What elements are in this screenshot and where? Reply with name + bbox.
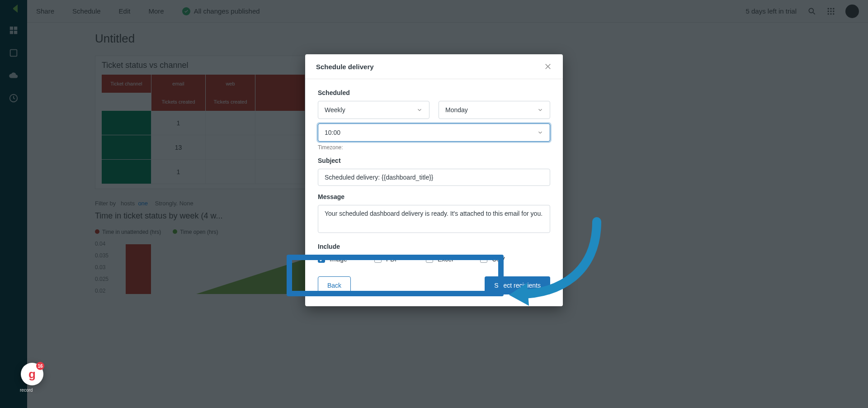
record-caption: record [20,388,33,393]
checkbox-icon [374,256,382,263]
checkbox-icon [480,256,487,263]
back-button[interactable]: Back [318,276,351,294]
record-bubble[interactable]: g 16 [21,363,43,385]
record-badge: 16 [36,362,44,370]
close-icon[interactable] [544,62,552,71]
time-select[interactable]: 10:00 [318,123,550,142]
include-excel-checkbox[interactable]: Excel [426,256,453,263]
include-image-checkbox[interactable]: Image [318,256,347,263]
schedule-delivery-modal: Schedule delivery Scheduled Weekly Monda… [305,54,563,306]
select-recipients-button[interactable]: Select recipients [485,276,550,294]
subject-label: Subject [318,157,550,164]
include-label: Include [318,243,550,250]
modal-title: Schedule delivery [316,63,374,71]
message-label: Message [318,193,550,200]
checkbox-icon [318,256,325,263]
scheduled-label: Scheduled [318,89,550,96]
checkbox-icon [426,256,433,263]
chevron-down-icon [537,129,543,136]
day-select[interactable]: Monday [439,101,550,119]
subject-input[interactable] [318,169,550,186]
include-csv-checkbox[interactable]: CSV [480,256,505,263]
message-textarea[interactable] [318,205,550,233]
include-block: Include Image PDF Excel CSV [318,243,550,263]
chevron-down-icon [537,107,543,113]
timezone-label: Timezone: [318,144,550,151]
frequency-select[interactable]: Weekly [318,101,429,119]
chevron-down-icon [416,107,423,113]
include-pdf-checkbox[interactable]: PDF [374,256,399,263]
